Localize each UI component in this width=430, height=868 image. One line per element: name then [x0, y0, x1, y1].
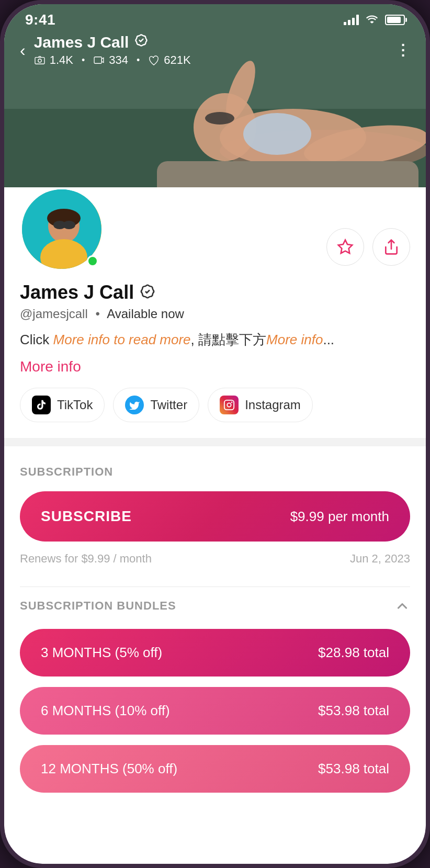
more-options-button[interactable]: ⋮ [395, 41, 410, 59]
twitter-button[interactable]: Twitter [113, 388, 199, 422]
nav-title: James J Call [34, 33, 129, 51]
instagram-label: Instagram [245, 398, 301, 412]
avatar-container [20, 187, 104, 271]
svg-point-21 [227, 403, 231, 407]
back-button[interactable]: ‹ [20, 42, 26, 59]
profile-bio: Click More info to read more, 請點擊下方More … [20, 330, 410, 350]
svg-point-11 [38, 59, 41, 62]
nav-title-area: James J Call 1.4K [34, 33, 191, 67]
profile-section: James J Call @jamesjcall • Available now… [4, 187, 426, 438]
status-bar: 9:41 [4, 4, 426, 36]
battery-icon [385, 15, 405, 25]
svg-rect-12 [94, 57, 101, 63]
twitter-icon [125, 396, 144, 414]
nav-photos-stat: 1.4K [34, 53, 73, 67]
profile-name: James J Call [20, 281, 134, 303]
svg-point-22 [232, 402, 232, 403]
phone-screen: 9:41 [4, 4, 426, 864]
renewal-date: Jun 2, 2023 [350, 552, 410, 566]
bundle-3month-button[interactable]: 3 MONTHS (5% off) $28.98 total [20, 629, 410, 677]
share-button[interactable] [372, 228, 410, 266]
renewal-text: Renews for $9.99 / month [20, 552, 152, 566]
wifi-icon [365, 13, 379, 27]
svg-point-8 [205, 112, 234, 125]
tiktok-label: TikTok [57, 398, 93, 412]
nav-left: ‹ James J Call [20, 33, 191, 67]
subscription-section: SUBSCRIPTION SUBSCRIBE $9.99 per month R… [4, 446, 426, 587]
subscribe-price: $9.99 per month [290, 509, 389, 525]
bundles-collapse-icon[interactable] [394, 598, 410, 614]
profile-verified-icon [139, 283, 156, 302]
nav-bar: ‹ James J Call [4, 33, 426, 67]
svg-point-7 [243, 113, 311, 155]
bundle-12month-price: $53.98 total [318, 761, 389, 777]
profile-handle: @jamesjcall • Available now [20, 307, 410, 321]
twitter-label: Twitter [150, 398, 187, 412]
bundle-6month-price: $53.98 total [318, 703, 389, 719]
favorite-button[interactable] [326, 228, 364, 266]
subscribe-button[interactable]: SUBSCRIBE $9.99 per month [20, 491, 410, 542]
subscription-title: SUBSCRIPTION [20, 465, 410, 479]
bundles-title: SUBSCRIPTION BUNDLES [20, 599, 176, 613]
renewal-info: Renews for $9.99 / month Jun 2, 2023 [20, 552, 410, 566]
bundles-section: SUBSCRIPTION BUNDLES 3 MONTHS (5% off) $… [4, 587, 426, 814]
more-info-button[interactable]: More info [20, 358, 81, 375]
nav-likes-stat: 621K [148, 53, 190, 67]
tiktok-icon [32, 396, 51, 414]
tiktok-button[interactable]: TikTok [20, 388, 105, 422]
svg-rect-20 [224, 400, 234, 410]
status-icons [344, 13, 405, 27]
nav-videos-stat: 334 [93, 53, 128, 67]
online-indicator [87, 255, 98, 267]
svg-rect-10 [35, 58, 44, 64]
instagram-button[interactable]: Instagram [208, 388, 313, 422]
social-links: TikTok Twitter [20, 388, 410, 422]
section-divider-1 [4, 438, 426, 446]
phone-frame: 9:41 [0, 0, 430, 868]
profile-avatar-row [20, 187, 410, 271]
bundle-12month-label: 12 MONTHS (50% off) [41, 761, 177, 777]
nav-verified-icon [134, 33, 149, 51]
bundle-6month-button[interactable]: 6 MONTHS (10% off) $53.98 total [20, 687, 410, 735]
bundle-6month-label: 6 MONTHS (10% off) [41, 703, 170, 719]
bundles-header: SUBSCRIPTION BUNDLES [20, 598, 410, 614]
bundle-12month-button[interactable]: 12 MONTHS (50% off) $53.98 total [20, 745, 410, 793]
profile-name-row: James J Call [20, 281, 410, 303]
instagram-icon [220, 396, 239, 414]
bundle-3month-price: $28.98 total [318, 645, 389, 661]
profile-actions [326, 228, 410, 266]
status-time: 9:41 [25, 12, 55, 28]
bundle-3month-label: 3 MONTHS (5% off) [41, 645, 162, 661]
subscribe-label: SUBSCRIBE [41, 508, 132, 525]
signal-icon [344, 15, 359, 25]
